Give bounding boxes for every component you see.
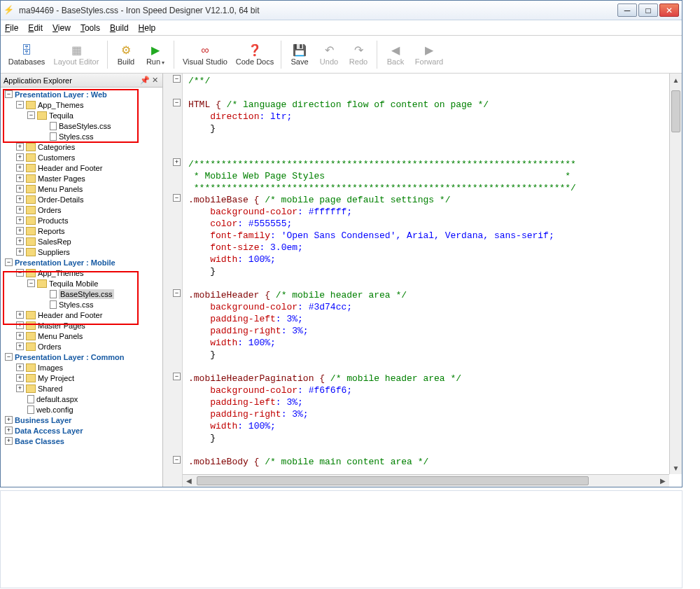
minimize-button[interactable]: ─ xyxy=(617,4,637,17)
tree-node[interactable]: web.config xyxy=(2,404,162,415)
fold-icon[interactable]: − xyxy=(173,194,181,202)
back-icon: ◀ xyxy=(391,43,400,57)
close-button[interactable]: ✕ xyxy=(659,4,679,17)
vertical-scrollbar[interactable]: ▲ ▼ xyxy=(669,74,682,474)
save-icon: 💾 xyxy=(293,43,307,57)
tool-undo[interactable]: ↶Undo xyxy=(315,39,343,71)
tree-node[interactable]: +Products xyxy=(2,215,162,226)
scroll-thumb[interactable] xyxy=(197,476,589,485)
scroll-down-icon[interactable]: ▼ xyxy=(670,462,682,474)
scroll-right-icon[interactable]: ▶ xyxy=(657,475,669,487)
maximize-button[interactable]: □ xyxy=(638,4,658,17)
tree-node-styles[interactable]: Styles.css xyxy=(2,131,162,141)
code-content[interactable]: /**/ HTML { /* language direction flow o… xyxy=(183,74,669,474)
tree-node-data-access[interactable]: +Data Access Layer xyxy=(2,425,162,436)
scroll-left-icon[interactable]: ◀ xyxy=(183,475,195,487)
tree-node[interactable]: +Orders xyxy=(2,205,162,215)
menu-tools[interactable]: Tools xyxy=(80,23,100,33)
code-area[interactable]: − − + − − − − /**/ HTML { /* language di… xyxy=(163,74,682,487)
redo-icon: ↷ xyxy=(354,43,363,57)
tree-node-business[interactable]: +Business Layer xyxy=(2,415,162,425)
pin-icon[interactable]: 📌 xyxy=(140,76,150,85)
tree-node-mobile[interactable]: −Presentation Layer : Mobile xyxy=(2,257,162,268)
database-icon: 🗄 xyxy=(21,43,32,57)
tree-node-web[interactable]: −Presentation Layer : Web xyxy=(2,89,162,99)
tool-redo[interactable]: ↷Redo xyxy=(344,39,372,71)
tree-node[interactable]: +Shared xyxy=(2,383,162,394)
tree-node[interactable]: +Reports xyxy=(2,226,162,236)
tree-node-basestyles-2[interactable]: BaseStyles.css xyxy=(2,289,162,299)
tree-node[interactable]: +Header and Footer xyxy=(2,310,162,320)
horizontal-scrollbar[interactable]: ◀ ▶ xyxy=(183,474,669,487)
fold-icon[interactable]: − xyxy=(173,289,181,297)
fold-icon[interactable]: − xyxy=(173,99,181,106)
gutter: − − + − − − − xyxy=(163,74,183,487)
tree-node[interactable]: +Suppliers xyxy=(2,247,162,257)
tree-node[interactable]: +Header and Footer xyxy=(2,162,162,173)
scroll-up-icon[interactable]: ▲ xyxy=(670,74,682,86)
menu-edit[interactable]: Edit xyxy=(28,23,43,33)
scroll-thumb[interactable] xyxy=(671,90,680,132)
tree-node[interactable]: +Orders xyxy=(2,341,162,352)
tool-back[interactable]: ◀Back xyxy=(382,39,410,71)
separator xyxy=(174,41,174,69)
tool-databases[interactable]: 🗄Databases xyxy=(5,39,48,71)
tree-node-base-classes[interactable]: +Base Classes xyxy=(2,436,162,446)
tree-node[interactable]: +Master Pages xyxy=(2,320,162,331)
tree-node[interactable]: +Menu Panels xyxy=(2,331,162,341)
fold-icon[interactable]: − xyxy=(173,75,181,83)
tool-forward[interactable]: ▶Forward xyxy=(411,39,447,71)
tree-node[interactable]: +Order-Details xyxy=(2,194,162,205)
tool-save[interactable]: 💾Save xyxy=(286,39,314,71)
tree-node-styles-2[interactable]: Styles.css xyxy=(2,299,162,310)
tree-node-tequila[interactable]: −Tequila xyxy=(2,110,162,120)
tree-node[interactable]: +SalesRep xyxy=(2,236,162,247)
editor: − − + − − − − /**/ HTML { /* language di… xyxy=(163,74,682,487)
undo-icon: ↶ xyxy=(325,43,334,57)
panel-close-icon[interactable]: ✕ xyxy=(150,76,160,85)
tree-node-basestyles[interactable]: BaseStyles.css xyxy=(2,120,162,131)
window-controls: ─ □ ✕ xyxy=(616,4,679,17)
tree-node-common[interactable]: −Presentation Layer : Common xyxy=(2,352,162,362)
tool-layout-editor[interactable]: ▦Layout Editor xyxy=(50,39,103,71)
tree[interactable]: −Presentation Layer : Web −App_Themes −T… xyxy=(1,88,162,487)
vs-icon: ∞ xyxy=(201,43,209,57)
menu-view[interactable]: View xyxy=(52,23,71,33)
separator xyxy=(281,41,281,69)
titlebar[interactable]: ⚡ ma94469 - BaseStyles.css - Iron Speed … xyxy=(1,1,682,20)
menu-file[interactable]: File xyxy=(5,23,18,33)
body: Application Explorer 📌 ✕ −Presentation L… xyxy=(1,74,682,487)
docs-icon: ❓ xyxy=(248,43,262,57)
menu-build[interactable]: Build xyxy=(110,23,129,33)
fold-icon[interactable]: − xyxy=(173,373,181,380)
app-window: ⚡ ma94469 - BaseStyles.css - Iron Speed … xyxy=(0,0,682,487)
run-icon: ▶ xyxy=(151,43,160,57)
sidebar: Application Explorer 📌 ✕ −Presentation L… xyxy=(1,74,163,487)
app-icon: ⚡ xyxy=(4,5,15,16)
tool-run[interactable]: ▶Run xyxy=(141,39,169,71)
toolbar: 🗄Databases ▦Layout Editor ⚙Build ▶Run ∞V… xyxy=(1,36,682,74)
window-title: ma94469 - BaseStyles.css - Iron Speed De… xyxy=(19,6,616,15)
tool-build[interactable]: ⚙Build xyxy=(112,39,140,71)
separator xyxy=(107,41,108,69)
tree-node-app-themes[interactable]: −App_Themes xyxy=(2,99,162,110)
tree-node-app-themes-2[interactable]: −App_Themes xyxy=(2,268,162,278)
reflection-decoration: Base Classes Data Access Layer Business … xyxy=(0,490,682,588)
tool-visual-studio[interactable]: ∞Visual Studio xyxy=(178,39,232,71)
tree-node[interactable]: default.aspx xyxy=(2,394,162,404)
tree-node[interactable]: +My Project xyxy=(2,373,162,383)
menu-help[interactable]: Help xyxy=(139,23,156,33)
tree-node[interactable]: +Images xyxy=(2,362,162,373)
layout-icon: ▦ xyxy=(71,43,82,57)
tree-node-tequila-mobile[interactable]: −Tequila Mobile xyxy=(2,278,162,289)
fold-icon[interactable]: − xyxy=(173,456,181,464)
menubar: File Edit View Tools Build Help xyxy=(1,20,682,36)
tree-node[interactable]: +Menu Panels xyxy=(2,183,162,194)
fold-icon[interactable]: + xyxy=(173,158,181,166)
tree-node[interactable]: +Customers xyxy=(2,152,162,162)
forward-icon: ▶ xyxy=(425,43,433,57)
separator xyxy=(377,41,377,69)
tree-node[interactable]: +Categories xyxy=(2,141,162,152)
tool-code-docs[interactable]: ❓Code Docs xyxy=(233,39,276,71)
tree-node[interactable]: +Master Pages xyxy=(2,173,162,183)
